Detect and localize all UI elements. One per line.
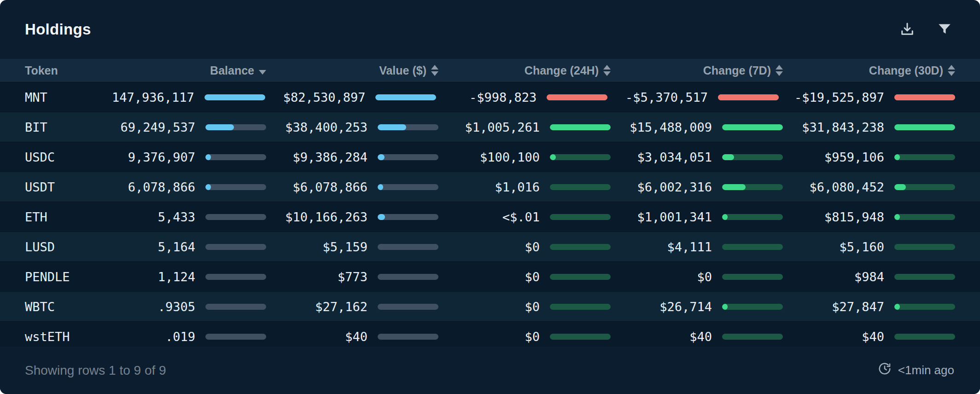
filter-button[interactable]: [935, 19, 954, 40]
change-30d-bar: [894, 94, 955, 100]
change-30d-value: $5,160: [839, 240, 884, 254]
balance-value: 147,936,117: [112, 90, 194, 104]
change-24h-value: $0: [525, 240, 540, 254]
change-7d-bar: [722, 124, 783, 130]
change-30d-value: $27,847: [832, 300, 884, 314]
change-7d-value: -$5,370,517: [625, 90, 708, 104]
change-30d-value: $6,080,452: [809, 180, 884, 194]
value-bar: [378, 184, 438, 190]
change-7d-cell: $1,001,341: [626, 210, 783, 224]
column-label: Change (7D): [703, 64, 771, 77]
balance-bar: [205, 304, 266, 310]
change-30d-cell: $815,948: [799, 210, 955, 224]
table-row: WBTC .9305 $27,162 $0 $26,714 $27,847: [0, 291, 980, 321]
change-7d-cell: $15,488,009: [626, 120, 783, 134]
change-7d-value: $0: [697, 270, 712, 284]
sort-icon: [431, 65, 438, 76]
download-icon: [899, 21, 916, 39]
table-row: LUSD 5,164 $5,159 $0 $4,111 $5,160: [0, 232, 980, 261]
token-cell: ETH: [25, 210, 94, 224]
value-cell: $38,400,253: [282, 120, 438, 134]
value-value: $10,166,263: [285, 210, 368, 224]
change-24h-cell: $1,005,261: [454, 120, 611, 134]
table-header: Token Balance Value ($) Change (24H) Cha…: [0, 59, 980, 82]
value-bar: [378, 274, 438, 280]
change-30d-bar: [894, 214, 955, 220]
change-24h-value: <$.01: [502, 210, 540, 224]
change-7d-bar: [722, 154, 783, 160]
change-30d-value: $815,948: [824, 210, 884, 224]
balance-value: 69,249,537: [120, 120, 195, 134]
toolbar: [897, 19, 954, 41]
change-30d-cell: $5,160: [799, 240, 955, 254]
change-24h-bar: [547, 94, 607, 100]
change-24h-value: $0: [525, 300, 540, 314]
value-cell: $5,159: [282, 240, 438, 254]
last-updated[interactable]: <1min ago: [878, 362, 954, 379]
balance-cell: 5,433: [110, 210, 266, 224]
sort-icon: [776, 65, 783, 76]
table-row: USDT 6,078,866 $6,078,866 $1,016 $6,002,…: [0, 172, 980, 202]
balance-cell: 6,078,866: [110, 180, 266, 194]
change-24h-bar: [550, 124, 611, 130]
change-30d-cell: $984: [799, 270, 955, 284]
balance-bar: [205, 334, 266, 340]
change-24h-value: $1,016: [495, 180, 540, 194]
change-24h-bar: [550, 214, 611, 220]
change-24h-value: $1,005,261: [465, 120, 540, 134]
token-cell: USDC: [25, 150, 94, 164]
balance-value: .019: [165, 330, 195, 344]
change-7d-value: $26,714: [659, 300, 712, 314]
sort-icon: [603, 65, 611, 76]
token-cell: BIT: [25, 120, 94, 134]
change-7d-cell: $40: [626, 330, 783, 344]
value-bar: [378, 154, 438, 160]
change-24h-value: $0: [525, 330, 540, 344]
balance-cell: 5,164: [110, 240, 266, 254]
balance-value: 6,078,866: [128, 180, 195, 194]
column-header-change-7d[interactable]: Change (7D): [626, 64, 783, 77]
token-cell: MNT: [25, 90, 94, 104]
column-header-change-30d[interactable]: Change (30D): [799, 64, 955, 77]
change-30d-value: $40: [862, 330, 884, 344]
balance-bar: [205, 244, 266, 250]
change-30d-cell: -$19,525,897: [794, 90, 955, 104]
table-row: USDC 9,376,907 $9,386,284 $100,100 $3,03…: [0, 142, 980, 172]
balance-value: .9305: [158, 300, 195, 314]
column-header-value[interactable]: Value ($): [282, 64, 438, 77]
column-label: Change (30D): [869, 64, 943, 77]
table-row: MNT 147,936,117 $82,530,897 -$998,823 -$…: [0, 82, 980, 112]
column-label: Balance: [210, 64, 254, 77]
change-30d-bar: [894, 154, 955, 160]
download-button[interactable]: [897, 19, 917, 41]
value-cell: $27,162: [282, 300, 438, 314]
value-bar: [375, 94, 436, 100]
change-24h-value: -$998,823: [469, 90, 537, 104]
change-7d-bar: [722, 334, 783, 340]
change-24h-cell: -$998,823: [452, 90, 607, 104]
change-24h-cell: $0: [454, 330, 611, 344]
value-value: $6,078,866: [292, 180, 368, 194]
change-7d-value: $4,111: [667, 240, 712, 254]
change-24h-cell: $0: [454, 300, 611, 314]
balance-cell: .9305: [110, 300, 266, 314]
balance-bar: [205, 274, 266, 280]
filter-icon: [937, 21, 952, 38]
column-header-balance[interactable]: Balance: [110, 64, 266, 77]
change-24h-cell: $0: [454, 270, 611, 284]
token-cell: USDT: [25, 180, 94, 194]
change-30d-bar: [894, 244, 955, 250]
change-30d-value: -$19,525,897: [794, 90, 884, 104]
value-cell: $10,166,263: [282, 210, 438, 224]
sort-desc-icon: [259, 70, 266, 75]
change-7d-cell: $3,034,051: [626, 150, 783, 164]
change-24h-cell: <$.01: [454, 210, 611, 224]
value-bar: [378, 334, 438, 340]
change-24h-bar: [550, 244, 611, 250]
token-cell: LUSD: [25, 240, 94, 254]
change-30d-value: $959,106: [824, 150, 884, 164]
change-30d-bar: [894, 304, 955, 310]
column-header-change-24h[interactable]: Change (24H): [454, 64, 611, 77]
change-30d-cell: $27,847: [799, 300, 955, 314]
change-7d-bar: [722, 184, 783, 190]
